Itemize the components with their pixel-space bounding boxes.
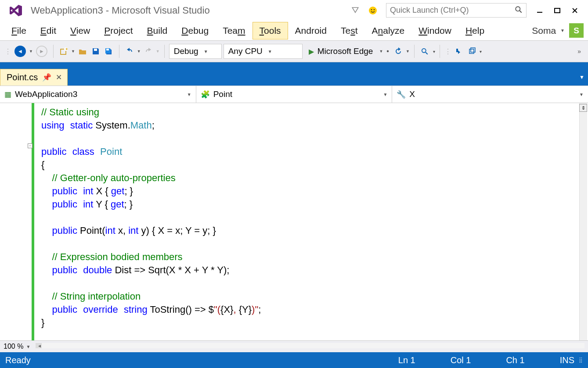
start-debugging-button[interactable]: ▶Microsoft Edge (304, 45, 378, 58)
step-over-button[interactable] (466, 45, 478, 58)
menu-tools[interactable]: Tools (253, 22, 288, 39)
menu-view[interactable]: View (63, 22, 97, 39)
toolbar-overflow-chevron-icon[interactable]: » (577, 48, 581, 55)
title-bar: WebApplication3 - Microsoft Visual Studi… (0, 0, 588, 21)
code-token: Point( (77, 225, 105, 236)
chevron-down-icon[interactable]: ▼ (156, 49, 160, 54)
code-token: override (83, 304, 118, 315)
vertical-scrollbar[interactable] (579, 103, 587, 340)
code-token: Dist => Sqrt(X * X + Y * Y); (112, 264, 229, 275)
nav-back-button[interactable]: ◄ (13, 45, 27, 58)
code-token: // String interpolation (41, 291, 141, 302)
solution-platform-value: Any CPU (228, 46, 263, 56)
svg-text:◄: ◄ (37, 343, 42, 348)
user-avatar[interactable]: S (569, 23, 584, 38)
toolbar-overflow-icon[interactable]: ▾ (433, 49, 435, 54)
code-token: , (233, 304, 238, 315)
code-token: // Getter-only auto-properties (41, 172, 176, 183)
code-token: static (70, 120, 93, 131)
code-token: Point (100, 146, 122, 157)
new-project-button[interactable]: ✶ (58, 45, 69, 58)
status-bar: Ready Ln 1 Col 1 Ch 1 INS ⣿ (0, 352, 588, 368)
toolbar-overflow-icon[interactable]: ▾ (480, 49, 482, 54)
notifications-icon[interactable] (349, 4, 361, 17)
nav-forward-button[interactable]: ► (35, 45, 49, 58)
nav-class-dropdown[interactable]: 🧩 Point ▼ (196, 86, 393, 103)
window-title: WebApplication3 - Microsoft Visual Studi… (31, 5, 210, 16)
zoom-dropdown-icon[interactable]: ▼ (26, 344, 30, 349)
code-area[interactable]: // Static using using static System.Math… (34, 103, 588, 340)
user-dropdown-caret-icon[interactable]: ▼ (560, 28, 565, 33)
menu-window[interactable]: Window (411, 22, 458, 39)
menu-help[interactable]: Help (458, 22, 491, 39)
code-token: int (83, 199, 93, 210)
nav-member-value: X (409, 89, 415, 99)
solution-config-dropdown[interactable]: Debug▼ (169, 44, 222, 59)
feedback-smiley-icon[interactable] (367, 4, 379, 17)
standard-toolbar: ⋮ ◄ ▼ ► ✶ ▼ ▼ ▼ Debug▼ Any CPU▼ ▶Microso… (0, 40, 588, 62)
svg-point-2 (374, 9, 375, 10)
code-token: )" (252, 304, 258, 315)
nav-member-dropdown[interactable]: 🔧 X ▼ (392, 86, 588, 103)
menu-team[interactable]: Team (216, 22, 252, 39)
editor-nav-bar: ▦ WebApplication3 ▼ 🧩 Point ▼ 🔧 X ▼ (0, 86, 588, 103)
chevron-down-icon[interactable]: ▼ (71, 49, 75, 54)
class-icon: 🧩 (201, 90, 210, 99)
quick-launch-input[interactable] (390, 6, 515, 15)
signed-in-user[interactable]: Soma (527, 25, 560, 36)
svg-line-4 (519, 11, 522, 13)
search-icon[interactable] (515, 6, 523, 15)
save-all-button[interactable] (103, 45, 115, 58)
menu-project[interactable]: Project (97, 22, 140, 39)
menu-test[interactable]: Test (334, 22, 365, 39)
maximize-button[interactable] (548, 4, 566, 17)
horizontal-scrollbar[interactable]: ◄ (36, 343, 584, 350)
menu-build[interactable]: Build (140, 22, 175, 39)
resize-grip-icon[interactable]: ⣿ (579, 357, 583, 363)
chevron-down-icon[interactable]: ▼ (379, 49, 383, 54)
code-token: int (83, 186, 93, 197)
minimize-button[interactable] (531, 4, 548, 17)
close-button[interactable] (566, 4, 584, 17)
code-token: ToString() => $ (148, 304, 214, 315)
svg-rect-13 (106, 49, 109, 50)
find-in-files-button[interactable] (419, 45, 430, 58)
quick-launch-box[interactable] (386, 3, 527, 18)
chevron-down-icon[interactable]: ▼ (29, 49, 33, 54)
code-token: class (72, 146, 94, 157)
property-icon: 🔧 (397, 90, 406, 99)
outline-collapse-icon[interactable]: − (28, 143, 32, 148)
menu-debug[interactable]: Debug (174, 22, 216, 39)
split-editor-icon[interactable]: ⇕ (579, 104, 587, 112)
menu-android[interactable]: Android (288, 22, 334, 39)
pin-tab-icon[interactable]: 📌 (42, 73, 51, 82)
close-tab-icon[interactable]: ✕ (56, 73, 62, 82)
step-into-button[interactable] (453, 45, 465, 58)
csharp-project-icon: ▦ (4, 90, 11, 99)
menu-file[interactable]: FFileile (4, 22, 33, 39)
document-tab[interactable]: Point.cs 📌 ✕ (0, 69, 68, 86)
redo-button[interactable] (143, 45, 154, 58)
code-editor[interactable]: − // Static using using static System.Ma… (0, 103, 588, 340)
browser-refresh-button[interactable] (393, 45, 404, 58)
menu-analyze[interactable]: Analyze (365, 22, 412, 39)
svg-rect-20 (42, 343, 584, 348)
open-file-button[interactable] (77, 45, 88, 58)
code-token: public (41, 304, 77, 315)
save-button[interactable] (90, 45, 101, 58)
code-token: ; } (124, 199, 133, 210)
nav-project-dropdown[interactable]: ▦ WebApplication3 ▼ (0, 86, 196, 103)
chevron-down-icon[interactable]: ▼ (406, 49, 410, 54)
chevron-down-icon[interactable]: ▼ (137, 49, 141, 54)
solution-platform-dropdown[interactable]: Any CPU▼ (224, 44, 303, 59)
undo-button[interactable] (124, 45, 135, 58)
code-token: ; (258, 304, 261, 315)
zoom-level[interactable]: 100 % (4, 343, 23, 350)
svg-rect-6 (555, 8, 560, 13)
tab-overflow-icon[interactable]: ▼ (579, 74, 584, 80)
svg-rect-12 (94, 49, 97, 51)
editor-gutter[interactable]: − (0, 103, 34, 340)
menu-edit[interactable]: Edit (33, 22, 63, 39)
toolbar-grip-icon: ⋮ (444, 47, 451, 56)
code-token: y) { X = x; Y = y; } (138, 225, 216, 236)
